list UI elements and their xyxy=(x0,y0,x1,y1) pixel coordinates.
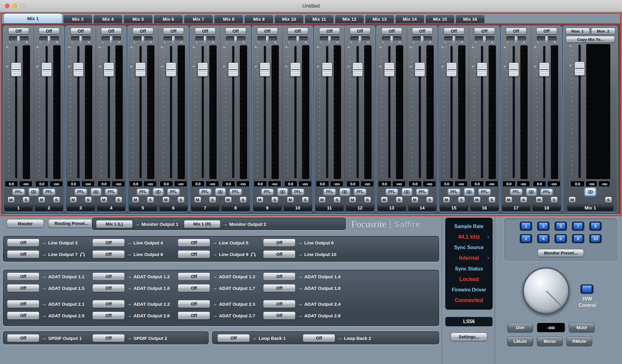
pan-slider[interactable] xyxy=(133,36,153,40)
pfl-button[interactable]: PFL xyxy=(43,189,55,195)
rmute-button[interactable]: RMute xyxy=(567,337,592,346)
channel-fader[interactable] xyxy=(290,45,301,179)
pan-slider[interactable] xyxy=(164,36,183,40)
fader-thumb[interactable] xyxy=(539,62,549,77)
pan-slider[interactable] xyxy=(288,36,308,40)
input-source-button[interactable]: Off xyxy=(133,28,153,34)
fader-thumb[interactable] xyxy=(290,62,301,77)
routing-source-button[interactable]: Off xyxy=(7,250,39,258)
solo-button[interactable]: S xyxy=(302,197,309,203)
mute-button[interactable]: M xyxy=(287,197,294,203)
fader-thumb[interactable] xyxy=(166,62,176,77)
pfl-button[interactable]: PFL xyxy=(261,189,273,195)
monitor-select-1-button[interactable]: 1 xyxy=(520,222,532,230)
sample-rate-value[interactable]: 44.1 kHz ▼ xyxy=(445,234,492,240)
input-source-button[interactable]: Off xyxy=(288,28,308,34)
tab-mix-13[interactable]: Mix 13 xyxy=(365,14,394,23)
routing-source-button[interactable]: Off xyxy=(92,334,125,342)
channel-fader[interactable] xyxy=(322,45,333,179)
solo-button[interactable]: S xyxy=(240,197,247,203)
solo-button[interactable]: S xyxy=(488,197,495,203)
input-source-button[interactable]: Off xyxy=(319,28,340,34)
pan-thumb[interactable] xyxy=(266,36,269,41)
pan-thumb[interactable] xyxy=(17,36,20,41)
fader-thumb[interactable] xyxy=(228,62,238,77)
pan-thumb[interactable] xyxy=(420,36,424,41)
channel-fader[interactable] xyxy=(477,45,488,179)
routing-source-button[interactable]: Off xyxy=(178,312,210,319)
solo-button[interactable]: S xyxy=(426,197,433,203)
mute-button[interactable]: M xyxy=(474,197,481,203)
pan-slider[interactable] xyxy=(537,36,556,40)
channel-fader[interactable] xyxy=(539,45,550,179)
tab-mix-8[interactable]: Mix 8 xyxy=(214,14,243,23)
minimize-button[interactable] xyxy=(13,4,17,8)
tab-mix-7[interactable]: Mix 7 xyxy=(184,14,213,23)
solo-button[interactable]: S xyxy=(209,197,216,203)
stereo-link-button[interactable] xyxy=(153,188,163,196)
tab-mix-14[interactable]: Mix 14 xyxy=(395,14,424,23)
input-source-button[interactable]: Off xyxy=(163,28,184,34)
fader-thumb[interactable] xyxy=(446,62,457,77)
pfl-button[interactable]: PFL xyxy=(354,189,366,195)
solo-button[interactable]: S xyxy=(364,197,371,203)
routing-source-button[interactable]: Off xyxy=(178,239,210,247)
tab-mix-6[interactable]: Mix 6 xyxy=(154,14,183,23)
input-source-button[interactable]: Off xyxy=(506,28,527,34)
pan-thumb[interactable] xyxy=(390,36,393,41)
routing-source-button[interactable]: Off xyxy=(178,284,210,292)
input-source-button[interactable]: Off xyxy=(381,28,402,34)
stereo-link-button[interactable] xyxy=(402,188,412,196)
input-source-button[interactable]: Off xyxy=(39,28,59,34)
pan-thumb[interactable] xyxy=(328,36,331,41)
pfl-button[interactable]: PFL xyxy=(105,189,117,195)
mute-button[interactable]: M xyxy=(443,197,450,203)
pan-slider[interactable] xyxy=(475,36,494,40)
pan-slider[interactable] xyxy=(9,36,28,40)
solo-button[interactable]: S xyxy=(271,197,278,203)
pan-thumb[interactable] xyxy=(514,36,518,41)
input-source-button[interactable]: Off xyxy=(70,28,91,34)
routing-source-button[interactable]: Off xyxy=(303,334,335,342)
tab-mix-4[interactable]: Mix 4 xyxy=(93,14,123,23)
mute-button[interactable]: M xyxy=(381,197,388,203)
monitor-select-4-button[interactable]: 4 xyxy=(537,234,549,243)
monitor-select-10-button[interactable]: 10 xyxy=(589,234,602,243)
fader-thumb[interactable] xyxy=(509,62,519,77)
pan-slider[interactable] xyxy=(413,36,432,40)
routing-source-button[interactable]: Off xyxy=(263,300,295,308)
solo-button[interactable]: S xyxy=(115,197,122,203)
fader-thumb[interactable] xyxy=(322,62,332,77)
routing-source-button[interactable]: Off xyxy=(7,300,39,308)
routing-source-button[interactable]: Off xyxy=(178,300,210,308)
input-source-button[interactable]: Off xyxy=(195,28,216,34)
pan-thumb[interactable] xyxy=(172,36,175,41)
mute-button[interactable]: M xyxy=(411,197,418,203)
channel-fader[interactable] xyxy=(135,45,146,179)
pfl-button[interactable]: PFL xyxy=(230,189,242,195)
solo-button[interactable]: S xyxy=(458,197,465,203)
pfl-button[interactable]: PFL xyxy=(478,189,491,195)
solo-button[interactable]: S xyxy=(177,197,184,203)
mute-button[interactable]: M xyxy=(100,197,107,203)
monitor-select-6-button[interactable]: 6 xyxy=(555,234,567,243)
input-source-button[interactable]: Off xyxy=(8,28,29,34)
lmute-button[interactable]: LMute xyxy=(507,337,533,346)
routing-source-button[interactable]: Off xyxy=(92,250,125,258)
settings-button[interactable]: Settings... xyxy=(451,333,487,341)
input-source-button[interactable]: Off xyxy=(101,28,122,34)
channel-fader[interactable] xyxy=(11,45,22,179)
routing-source-button[interactable]: Off xyxy=(7,273,39,280)
pfl-button[interactable]: PFL xyxy=(199,189,211,195)
pfl-button[interactable]: PFL xyxy=(448,189,460,195)
pan-thumb[interactable] xyxy=(203,36,207,41)
pan-thumb[interactable] xyxy=(483,36,486,41)
routing-source-button[interactable]: Mix 1 (R) xyxy=(184,220,220,228)
input-source-button[interactable]: Off xyxy=(444,28,464,34)
solo-button[interactable]: S xyxy=(334,197,341,203)
input-source-button[interactable]: Off xyxy=(257,28,278,34)
monitor-volume-knob[interactable] xyxy=(523,267,570,314)
mute-button[interactable]: M xyxy=(163,197,170,203)
mute-button[interactable]: M xyxy=(349,197,356,203)
mute-button[interactable]: Mute xyxy=(569,323,595,332)
